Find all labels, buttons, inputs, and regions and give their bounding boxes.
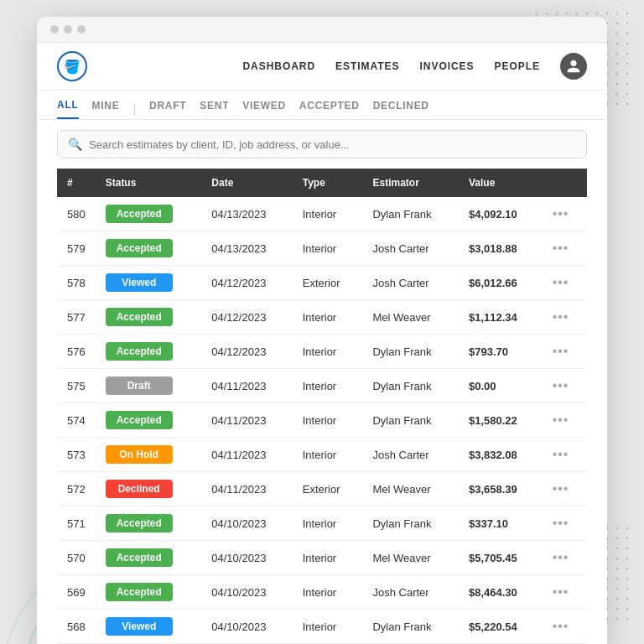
- tab-accepted[interactable]: ACCEPTED: [299, 100, 360, 118]
- tab-declined[interactable]: DECLINED: [373, 100, 429, 118]
- cell-estimator: Mel Weaver: [362, 472, 459, 506]
- row-actions-button[interactable]: •••: [553, 413, 569, 427]
- cell-actions[interactable]: •••: [543, 197, 587, 231]
- cell-date: 04/10/2023: [201, 575, 292, 610]
- cell-type: Interior: [293, 197, 363, 231]
- cell-actions[interactable]: •••: [543, 506, 587, 541]
- table-row: 575 Draft 04/11/2023 Interior Dylan Fran…: [57, 369, 587, 403]
- row-actions-button[interactable]: •••: [553, 344, 569, 358]
- cell-date: 04/10/2023: [201, 506, 292, 541]
- row-actions-button[interactable]: •••: [553, 550, 569, 564]
- table-header-row: # Status Date Type Estimator Value: [57, 169, 587, 197]
- cell-value: $337.10: [459, 506, 543, 541]
- cell-value: $5,220.54: [459, 610, 543, 644]
- col-actions: [543, 169, 587, 197]
- traffic-light-close: [50, 25, 59, 34]
- search-input[interactable]: [89, 138, 576, 151]
- cell-date: 04/10/2023: [201, 541, 292, 575]
- table-row: 577 Accepted 04/12/2023 Interior Mel Wea…: [57, 300, 587, 335]
- cell-status: Accepted: [96, 300, 202, 335]
- cell-type: Interior: [293, 231, 363, 266]
- row-actions-button[interactable]: •••: [553, 241, 569, 255]
- cell-value: $4,092.10: [459, 197, 543, 231]
- tab-all[interactable]: ALL: [57, 99, 79, 119]
- cell-actions[interactable]: •••: [543, 438, 587, 472]
- row-actions-button[interactable]: •••: [553, 584, 569, 599]
- cell-actions[interactable]: •••: [543, 575, 587, 610]
- row-actions-button[interactable]: •••: [553, 206, 569, 221]
- cell-estimator: Josh Carter: [362, 231, 459, 266]
- cell-number: 569: [57, 575, 96, 610]
- cell-type: Exterior: [293, 266, 363, 300]
- row-actions-button[interactable]: •••: [553, 619, 569, 633]
- cell-estimator: Dylan Frank: [362, 335, 459, 369]
- cell-type: Interior: [293, 506, 363, 541]
- cell-type: Interior: [293, 575, 363, 610]
- cell-number: 571: [57, 506, 96, 541]
- tab-viewed[interactable]: VIEWED: [242, 100, 286, 118]
- nav-invoices[interactable]: INVOICES: [420, 60, 475, 72]
- nav-dashboard[interactable]: DASHBOARD: [242, 60, 315, 72]
- cell-actions[interactable]: •••: [543, 335, 587, 369]
- cell-actions[interactable]: •••: [543, 266, 587, 300]
- status-badge: Accepted: [106, 205, 173, 223]
- table-row: 572 Declined 04/11/2023 Exterior Mel Wea…: [57, 472, 587, 506]
- row-actions-button[interactable]: •••: [553, 481, 569, 496]
- cell-estimator: Josh Carter: [362, 266, 459, 300]
- cell-value: $5,705.45: [459, 541, 543, 575]
- cell-actions[interactable]: •••: [543, 231, 587, 266]
- cell-estimator: Dylan Frank: [362, 610, 459, 644]
- cell-number: 575: [57, 369, 96, 403]
- cell-estimator: Dylan Frank: [362, 506, 459, 541]
- tab-bar: ALL MINE | DRAFT SENT VIEWED ACCEPTED DE…: [37, 91, 607, 120]
- cell-type: Exterior: [293, 472, 363, 506]
- cell-date: 04/11/2023: [201, 369, 292, 403]
- cell-actions[interactable]: •••: [543, 541, 587, 575]
- cell-number: 579: [57, 231, 96, 266]
- cell-status: Accepted: [96, 403, 202, 438]
- row-actions-button[interactable]: •••: [553, 275, 569, 289]
- cell-actions[interactable]: •••: [543, 403, 587, 438]
- user-avatar[interactable]: [560, 53, 587, 80]
- cell-value: $3,658.39: [459, 472, 543, 506]
- cell-status: Accepted: [96, 231, 202, 266]
- cell-status: Accepted: [96, 506, 202, 541]
- row-actions-button[interactable]: •••: [553, 516, 569, 530]
- tab-divider: |: [132, 102, 136, 116]
- cell-number: 578: [57, 266, 96, 300]
- cell-actions[interactable]: •••: [543, 610, 587, 644]
- traffic-light-maximize: [77, 25, 86, 34]
- row-actions-button[interactable]: •••: [553, 447, 569, 461]
- cell-actions[interactable]: •••: [543, 472, 587, 506]
- cell-type: Interior: [293, 610, 363, 644]
- status-badge: Accepted: [106, 308, 173, 326]
- cell-value: $8,464.30: [459, 575, 543, 610]
- status-badge: On Hold: [106, 445, 173, 464]
- nav-people[interactable]: PEOPLE: [495, 60, 540, 72]
- tab-sent[interactable]: SENT: [200, 100, 229, 118]
- status-badge: Declined: [106, 480, 173, 498]
- nav-links: DASHBOARD ESTIMATES INVOICES PEOPLE: [242, 53, 587, 80]
- cell-actions[interactable]: •••: [543, 300, 587, 335]
- nav-estimates[interactable]: ESTIMATES: [335, 60, 399, 72]
- tab-mine[interactable]: MINE: [92, 100, 120, 118]
- search-bar: 🔍: [37, 120, 607, 169]
- cell-number: 577: [57, 300, 96, 335]
- cell-estimator: Mel Weaver: [362, 300, 459, 335]
- col-status: Status: [96, 169, 202, 197]
- cell-type: Interior: [293, 335, 363, 369]
- cell-actions[interactable]: •••: [543, 369, 587, 403]
- tab-draft[interactable]: DRAFT: [149, 100, 186, 118]
- row-actions-button[interactable]: •••: [553, 309, 569, 324]
- status-badge: Accepted: [106, 239, 173, 257]
- status-badge: Accepted: [106, 411, 173, 429]
- cell-number: 570: [57, 541, 96, 575]
- status-badge: Viewed: [106, 617, 173, 636]
- table-row: 578 Viewed 04/12/2023 Exterior Josh Cart…: [57, 266, 587, 300]
- row-actions-button[interactable]: •••: [553, 378, 569, 392]
- cell-number: 576: [57, 335, 96, 369]
- table-row: 570 Accepted 04/10/2023 Interior Mel Wea…: [57, 541, 587, 575]
- cell-number: 572: [57, 472, 96, 506]
- cell-date: 04/11/2023: [201, 403, 292, 438]
- cell-date: 04/12/2023: [201, 266, 292, 300]
